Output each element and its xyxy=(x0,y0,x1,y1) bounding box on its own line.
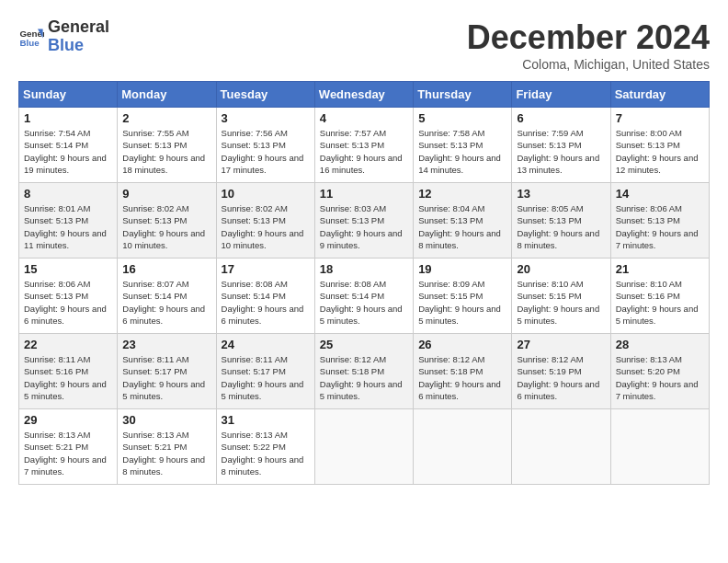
calendar-cell: 16 Sunrise: 8:07 AM Sunset: 5:14 PM Dayl… xyxy=(118,259,216,334)
day-info: Sunrise: 8:12 AM Sunset: 5:18 PM Dayligh… xyxy=(320,353,408,402)
day-header-monday: Monday xyxy=(118,82,216,108)
calendar-cell: 5 Sunrise: 7:58 AM Sunset: 5:13 PM Dayli… xyxy=(414,108,512,183)
day-number: 20 xyxy=(517,262,605,276)
calendar-cell: 11 Sunrise: 8:03 AM Sunset: 5:13 PM Dayl… xyxy=(314,183,413,259)
day-info: Sunrise: 8:13 AM Sunset: 5:22 PM Dayligh… xyxy=(222,429,310,477)
calendar-cell: 26 Sunrise: 8:12 AM Sunset: 5:18 PM Dayl… xyxy=(414,334,512,409)
day-number: 23 xyxy=(122,338,210,351)
day-info: Sunrise: 8:13 AM Sunset: 5:21 PM Dayligh… xyxy=(122,429,210,477)
day-info: Sunrise: 8:10 AM Sunset: 5:15 PM Dayligh… xyxy=(517,278,605,327)
day-number: 27 xyxy=(517,338,605,351)
day-number: 14 xyxy=(616,187,704,201)
calendar-cell: 19 Sunrise: 8:09 AM Sunset: 5:15 PM Dayl… xyxy=(414,259,512,334)
calendar-cell: 13 Sunrise: 8:05 AM Sunset: 5:13 PM Dayl… xyxy=(512,183,610,259)
calendar-cell: 18 Sunrise: 8:08 AM Sunset: 5:14 PM Dayl… xyxy=(314,259,413,334)
day-info: Sunrise: 7:57 AM Sunset: 5:13 PM Dayligh… xyxy=(320,127,408,176)
calendar-cell: 4 Sunrise: 7:57 AM Sunset: 5:13 PM Dayli… xyxy=(314,108,413,183)
logo-line2: Blue xyxy=(48,37,109,55)
day-header-thursday: Thursday xyxy=(414,82,512,108)
calendar-cell: 12 Sunrise: 8:04 AM Sunset: 5:13 PM Dayl… xyxy=(414,183,512,259)
day-info: Sunrise: 8:06 AM Sunset: 5:13 PM Dayligh… xyxy=(24,278,112,327)
day-info: Sunrise: 7:59 AM Sunset: 5:13 PM Dayligh… xyxy=(517,127,605,176)
calendar-cell: 23 Sunrise: 8:11 AM Sunset: 5:17 PM Dayl… xyxy=(118,334,216,409)
day-header-friday: Friday xyxy=(512,82,610,108)
day-number: 21 xyxy=(616,262,704,276)
day-info: Sunrise: 8:07 AM Sunset: 5:14 PM Dayligh… xyxy=(122,278,210,327)
day-info: Sunrise: 8:12 AM Sunset: 5:18 PM Dayligh… xyxy=(418,353,506,402)
day-number: 24 xyxy=(222,338,310,351)
day-info: Sunrise: 8:08 AM Sunset: 5:14 PM Dayligh… xyxy=(320,278,408,327)
day-number: 19 xyxy=(418,262,506,276)
day-header-tuesday: Tuesday xyxy=(216,82,314,108)
day-info: Sunrise: 8:11 AM Sunset: 5:17 PM Dayligh… xyxy=(122,353,210,402)
calendar-cell: 30 Sunrise: 8:13 AM Sunset: 5:21 PM Dayl… xyxy=(118,409,216,485)
logo-icon: General Blue xyxy=(18,24,44,50)
day-number: 31 xyxy=(222,413,310,427)
calendar-week-4: 22 Sunrise: 8:11 AM Sunset: 5:16 PM Dayl… xyxy=(19,334,710,409)
day-info: Sunrise: 8:09 AM Sunset: 5:15 PM Dayligh… xyxy=(418,278,506,327)
day-info: Sunrise: 8:05 AM Sunset: 5:13 PM Dayligh… xyxy=(517,202,605,251)
day-number: 22 xyxy=(24,338,112,351)
title-block: December 2024 Coloma, Michigan, United S… xyxy=(467,18,710,72)
calendar-cell xyxy=(314,409,413,485)
day-info: Sunrise: 8:03 AM Sunset: 5:13 PM Dayligh… xyxy=(320,202,408,251)
calendar-week-1: 1 Sunrise: 7:54 AM Sunset: 5:14 PM Dayli… xyxy=(19,108,710,183)
day-number: 17 xyxy=(222,262,310,276)
day-info: Sunrise: 8:06 AM Sunset: 5:13 PM Dayligh… xyxy=(616,202,704,251)
day-number: 4 xyxy=(320,111,408,125)
calendar-cell: 21 Sunrise: 8:10 AM Sunset: 5:16 PM Dayl… xyxy=(610,259,709,334)
calendar-cell: 31 Sunrise: 8:13 AM Sunset: 5:22 PM Dayl… xyxy=(216,409,314,485)
day-number: 29 xyxy=(24,413,112,427)
day-number: 11 xyxy=(320,187,408,201)
calendar-cell: 29 Sunrise: 8:13 AM Sunset: 5:21 PM Dayl… xyxy=(19,409,118,485)
day-info: Sunrise: 8:01 AM Sunset: 5:13 PM Dayligh… xyxy=(24,202,112,251)
logo-text: General Blue xyxy=(48,18,109,55)
day-number: 16 xyxy=(122,262,210,276)
day-info: Sunrise: 8:04 AM Sunset: 5:13 PM Dayligh… xyxy=(418,202,506,251)
day-number: 12 xyxy=(418,187,506,201)
day-number: 26 xyxy=(418,338,506,351)
calendar-cell: 10 Sunrise: 8:02 AM Sunset: 5:13 PM Dayl… xyxy=(216,183,314,259)
calendar-cell: 9 Sunrise: 8:02 AM Sunset: 5:13 PM Dayli… xyxy=(118,183,216,259)
day-number: 13 xyxy=(517,187,605,201)
day-info: Sunrise: 7:58 AM Sunset: 5:13 PM Dayligh… xyxy=(418,127,506,176)
calendar-header-row: SundayMondayTuesdayWednesdayThursdayFrid… xyxy=(19,82,710,108)
calendar-cell: 1 Sunrise: 7:54 AM Sunset: 5:14 PM Dayli… xyxy=(19,108,118,183)
day-info: Sunrise: 8:13 AM Sunset: 5:21 PM Dayligh… xyxy=(24,429,112,477)
day-number: 9 xyxy=(122,187,210,201)
day-number: 25 xyxy=(320,338,408,351)
day-number: 3 xyxy=(222,111,310,125)
day-info: Sunrise: 8:02 AM Sunset: 5:13 PM Dayligh… xyxy=(122,202,210,251)
day-number: 5 xyxy=(418,111,506,125)
calendar-week-2: 8 Sunrise: 8:01 AM Sunset: 5:13 PM Dayli… xyxy=(19,183,710,259)
logo-line1: General xyxy=(48,18,109,37)
calendar-cell: 24 Sunrise: 8:11 AM Sunset: 5:17 PM Dayl… xyxy=(216,334,314,409)
page-header: General Blue General Blue December 2024 … xyxy=(18,18,710,72)
day-number: 8 xyxy=(24,187,112,201)
day-info: Sunrise: 8:12 AM Sunset: 5:19 PM Dayligh… xyxy=(517,353,605,402)
calendar-cell: 20 Sunrise: 8:10 AM Sunset: 5:15 PM Dayl… xyxy=(512,259,610,334)
day-number: 7 xyxy=(616,111,704,125)
day-info: Sunrise: 7:55 AM Sunset: 5:13 PM Dayligh… xyxy=(122,127,210,176)
day-info: Sunrise: 7:54 AM Sunset: 5:14 PM Dayligh… xyxy=(24,127,112,176)
day-info: Sunrise: 8:00 AM Sunset: 5:13 PM Dayligh… xyxy=(616,127,704,176)
day-info: Sunrise: 7:56 AM Sunset: 5:13 PM Dayligh… xyxy=(222,127,310,176)
calendar-week-5: 29 Sunrise: 8:13 AM Sunset: 5:21 PM Dayl… xyxy=(19,409,710,485)
day-header-saturday: Saturday xyxy=(610,82,709,108)
day-number: 10 xyxy=(222,187,310,201)
calendar-cell: 6 Sunrise: 7:59 AM Sunset: 5:13 PM Dayli… xyxy=(512,108,610,183)
calendar-cell: 22 Sunrise: 8:11 AM Sunset: 5:16 PM Dayl… xyxy=(19,334,118,409)
svg-text:Blue: Blue xyxy=(19,38,40,48)
location-subtitle: Coloma, Michigan, United States xyxy=(467,57,710,72)
day-number: 6 xyxy=(517,111,605,125)
day-info: Sunrise: 8:08 AM Sunset: 5:14 PM Dayligh… xyxy=(222,278,310,327)
calendar-cell: 8 Sunrise: 8:01 AM Sunset: 5:13 PM Dayli… xyxy=(19,183,118,259)
calendar-cell: 7 Sunrise: 8:00 AM Sunset: 5:13 PM Dayli… xyxy=(610,108,709,183)
day-number: 30 xyxy=(122,413,210,427)
day-header-sunday: Sunday xyxy=(19,82,118,108)
day-number: 28 xyxy=(616,338,704,351)
day-info: Sunrise: 8:10 AM Sunset: 5:16 PM Dayligh… xyxy=(616,278,704,327)
calendar-cell: 3 Sunrise: 7:56 AM Sunset: 5:13 PM Dayli… xyxy=(216,108,314,183)
day-number: 15 xyxy=(24,262,112,276)
day-info: Sunrise: 8:11 AM Sunset: 5:16 PM Dayligh… xyxy=(24,353,112,402)
